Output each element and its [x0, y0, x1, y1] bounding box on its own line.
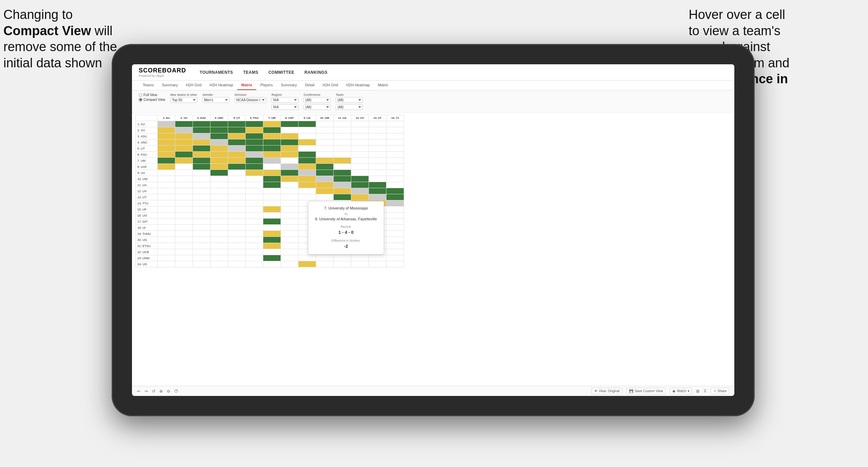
matrix-cell[interactable]: [210, 182, 228, 188]
matrix-cell[interactable]: [281, 231, 298, 237]
matrix-cell[interactable]: [351, 261, 369, 267]
compact-view-radio[interactable]: [139, 98, 142, 102]
matrix-cell[interactable]: [281, 139, 298, 146]
matrix-cell[interactable]: [334, 133, 351, 139]
matrix-cell[interactable]: [228, 200, 246, 206]
matrix-cell[interactable]: [281, 133, 298, 139]
tab-h2h-heatmap2[interactable]: H2H Heatmap: [342, 81, 374, 90]
matrix-cell[interactable]: [175, 152, 193, 158]
matrix-cell[interactable]: [334, 164, 351, 170]
matrix-cell[interactable]: [386, 152, 404, 158]
matrix-cell[interactable]: [246, 146, 263, 152]
matrix-cell[interactable]: [298, 146, 316, 152]
matrix-cell[interactable]: [246, 139, 263, 146]
matrix-cell[interactable]: [386, 243, 404, 249]
save-custom-btn[interactable]: 💾 Save Custom View: [626, 388, 666, 394]
matrix-cell[interactable]: [246, 176, 263, 182]
matrix-cell[interactable]: [281, 127, 298, 133]
matrix-cell[interactable]: [158, 164, 175, 170]
matrix-cell[interactable]: [369, 170, 386, 176]
matrix-cell[interactable]: [386, 213, 404, 219]
matrix-cell[interactable]: [263, 170, 281, 176]
tab-matrix2[interactable]: Matrix: [374, 81, 392, 90]
nav-teams[interactable]: TEAMS: [243, 69, 259, 76]
matrix-cell[interactable]: [351, 158, 369, 164]
matrix-cell[interactable]: [316, 194, 334, 200]
matrix-cell[interactable]: [175, 158, 193, 164]
matrix-cell[interactable]: [158, 219, 175, 225]
matrix-cell[interactable]: [263, 206, 281, 213]
matrix-cell[interactable]: [246, 182, 263, 188]
matrix-cell[interactable]: [351, 146, 369, 152]
matrix-cell[interactable]: [351, 133, 369, 139]
redo-icon[interactable]: ↪: [144, 389, 148, 394]
matrix-cell[interactable]: [351, 170, 369, 176]
matrix-cell[interactable]: [369, 121, 386, 127]
matrix-cell[interactable]: [228, 127, 246, 133]
matrix-cell[interactable]: [334, 182, 351, 188]
matrix-cell[interactable]: [351, 164, 369, 170]
matrix-cell[interactable]: [386, 158, 404, 164]
matrix-cell[interactable]: [281, 158, 298, 164]
matrix-cell[interactable]: [175, 249, 193, 255]
matrix-cell[interactable]: [316, 139, 334, 146]
tab-summary2[interactable]: Summary: [277, 81, 301, 90]
matrix-cell[interactable]: [210, 176, 228, 182]
matrix-cell[interactable]: [175, 219, 193, 225]
matrix-cell[interactable]: [158, 225, 175, 231]
matrix-cell[interactable]: [228, 176, 246, 182]
matrix-cell[interactable]: [210, 194, 228, 200]
tab-h2h-grid1[interactable]: H2H Grid: [182, 81, 205, 90]
matrix-cell[interactable]: [281, 164, 298, 170]
watch-btn[interactable]: ◉ Watch ▾: [670, 388, 692, 394]
matrix-cell[interactable]: [158, 249, 175, 255]
matrix-cell[interactable]: [193, 219, 210, 225]
matrix-cell[interactable]: [386, 133, 404, 139]
matrix-cell[interactable]: [228, 206, 246, 213]
matrix-cell[interactable]: [158, 127, 175, 133]
matrix-cell[interactable]: [298, 158, 316, 164]
matrix-cell[interactable]: [210, 200, 228, 206]
matrix-cell[interactable]: [351, 182, 369, 188]
matrix-cell[interactable]: [175, 121, 193, 127]
division-select[interactable]: NCAA Division I: [235, 97, 266, 103]
matrix-cell[interactable]: [210, 213, 228, 219]
matrix-cell[interactable]: [158, 194, 175, 200]
matrix-cell[interactable]: [210, 170, 228, 176]
matrix-cell[interactable]: [228, 237, 246, 243]
matrix-cell[interactable]: [316, 152, 334, 158]
tab-detail[interactable]: Detail: [301, 81, 318, 90]
matrix-cell[interactable]: [263, 121, 281, 127]
matrix-cell[interactable]: [316, 188, 334, 194]
matrix-cell[interactable]: [228, 182, 246, 188]
matrix-cell[interactable]: [210, 146, 228, 152]
matrix-cell[interactable]: [334, 139, 351, 146]
matrix-cell[interactable]: [281, 249, 298, 255]
matrix-cell[interactable]: [246, 261, 263, 267]
matrix-cell[interactable]: [263, 200, 281, 206]
matrix-cell[interactable]: [263, 249, 281, 255]
matrix-cell[interactable]: [158, 170, 175, 176]
matrix-cell[interactable]: [246, 237, 263, 243]
more-icon[interactable]: ⠿: [704, 389, 707, 394]
matrix-cell[interactable]: [158, 158, 175, 164]
matrix-cell[interactable]: [210, 206, 228, 213]
matrix-cell[interactable]: [210, 158, 228, 164]
matrix-cell[interactable]: [316, 127, 334, 133]
matrix-cell[interactable]: [263, 225, 281, 231]
matrix-cell[interactable]: [298, 127, 316, 133]
matrix-cell[interactable]: [263, 158, 281, 164]
matrix-cell[interactable]: [316, 182, 334, 188]
zoom-in-icon[interactable]: ⊕: [159, 389, 163, 394]
matrix-cell[interactable]: [386, 176, 404, 182]
matrix-cell[interactable]: [228, 225, 246, 231]
matrix-cell[interactable]: [193, 127, 210, 133]
matrix-cell[interactable]: [386, 255, 404, 261]
matrix-cell[interactable]: [228, 152, 246, 158]
matrix-cell[interactable]: [158, 121, 175, 127]
matrix-cell[interactable]: [351, 139, 369, 146]
matrix-cell[interactable]: [263, 194, 281, 200]
matrix-cell[interactable]: [228, 164, 246, 170]
matrix-cell[interactable]: [369, 164, 386, 170]
full-view-radio[interactable]: [139, 93, 142, 97]
